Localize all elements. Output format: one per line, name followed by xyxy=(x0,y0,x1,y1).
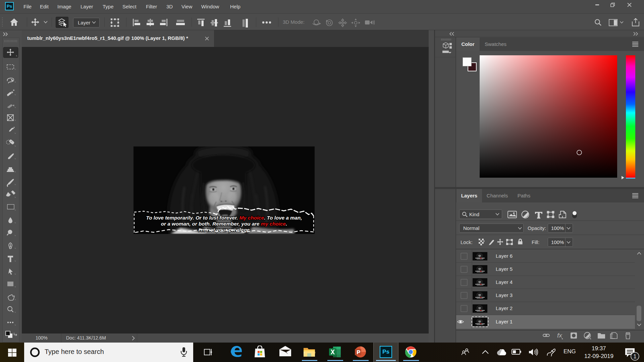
svg-text:fx: fx xyxy=(557,332,562,339)
svg-text:or a woman, or both. Remember,: or a woman, or both. Remember, you are m… xyxy=(161,221,287,227)
svg-text:To love temporarily. Or to lus: To love temporarily. Or to lust forever.… xyxy=(146,215,302,221)
svg-text:1: 1 xyxy=(634,354,637,359)
